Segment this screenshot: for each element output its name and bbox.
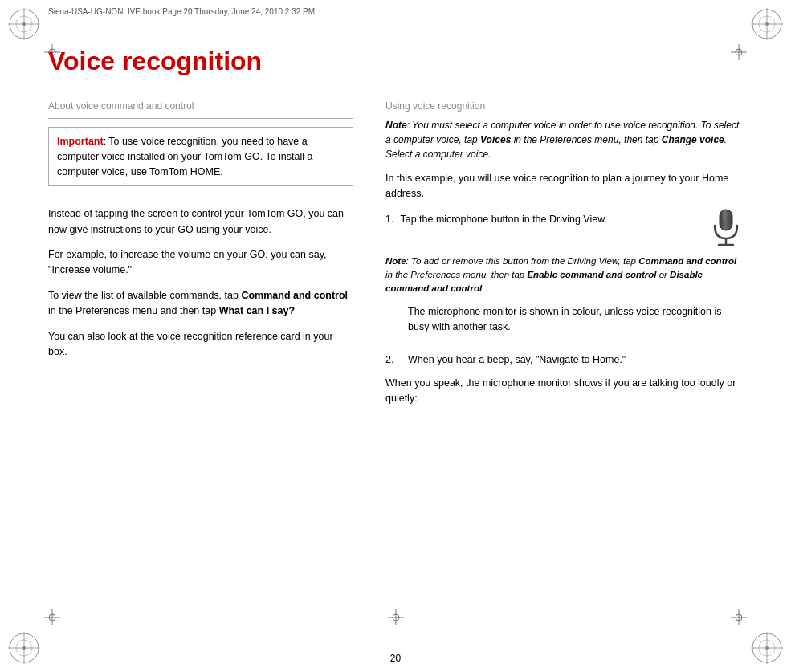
step1-note-mid: in the Preferences menu, then tap (385, 270, 527, 279)
microphone-icon (709, 208, 743, 250)
step1-content: 1.Tap the microphone button in the Drivi… (385, 212, 743, 345)
step2-item: 2. When you hear a beep, say, "Navigate … (385, 352, 743, 368)
step1-item: 1.Tap the microphone button in the Drivi… (385, 212, 743, 345)
left-para1: Instead of tapping the screen to control… (48, 206, 353, 238)
note1-bold: Voices (480, 134, 511, 145)
step1-row: 1.Tap the microphone button in the Drivi… (385, 212, 743, 250)
important-label: Important (57, 136, 104, 147)
step2-label: 2. (385, 352, 400, 368)
step1-note-bold2: Enable command and control (527, 270, 656, 279)
step1-label: 1. (385, 214, 393, 225)
left-para3: To view the list of available commands, … (48, 288, 353, 320)
step1-note: Note: To add or remove this button from … (385, 255, 743, 296)
right-column: Using voice recognition Note: You must s… (385, 100, 743, 417)
left-para3-bold: Command and control (241, 290, 348, 301)
left-divider2 (48, 198, 353, 198)
step2-text: When you hear a beep, say, "Navigate to … (408, 352, 626, 368)
content-columns: About voice command and control Importan… (48, 100, 743, 417)
header-bar: Siena-USA-UG-NONLIVE.book Page 20 Thursd… (0, 0, 791, 22)
right-para-end: When you speak, the microphone monitor s… (385, 376, 743, 407)
step1-note-text: : To add or remove this button from the … (406, 256, 639, 266)
left-para3-mid: in the Preferences menu and then tap (48, 305, 219, 316)
reg-mark-outer-bl (4, 628, 44, 668)
note1-bold2: Change voice (662, 134, 724, 145)
left-para2: For example, to increase the volume on y… (48, 247, 353, 279)
reg-mark-outer-br (747, 628, 787, 668)
step1-note-label: Note (385, 256, 406, 266)
indented-para: The microphone monitor is shown in colou… (408, 304, 743, 336)
right-section-heading: Using voice recognition (385, 100, 743, 112)
header-text: Siena-USA-UG-NONLIVE.book Page 20 Thursd… (48, 7, 315, 16)
step1-note-end: . (482, 283, 484, 293)
step1-text-wrap: 1.Tap the microphone button in the Drivi… (385, 212, 607, 227)
right-para1: In this example, you will use voice reco… (385, 171, 743, 202)
important-box: Important: To use voice recognition, you… (48, 127, 353, 186)
left-para3-bold2: What can I say? (219, 305, 295, 316)
left-column: About voice command and control Importan… (48, 100, 353, 417)
left-para3-prefix: To view the list of available commands, … (48, 290, 241, 301)
page-number: 20 (390, 653, 401, 664)
main-content: Voice recognition About voice command an… (48, 22, 743, 640)
svg-rect-39 (720, 210, 732, 230)
step1-text: Tap the microphone button in the Driving… (400, 214, 607, 225)
left-divider (48, 118, 353, 119)
right-note1: Note: You must select a computer voice i… (385, 118, 743, 161)
step1-note-bold: Command and control (638, 256, 736, 266)
note1-mid: in the Preferences menu, then tap (511, 134, 661, 145)
page-title: Voice recognition (48, 47, 743, 76)
note1-label: Note (385, 120, 407, 131)
left-para4: You can also look at the voice recogniti… (48, 329, 353, 360)
step1-note-or: or (656, 270, 670, 279)
left-section-heading: About voice command and control (48, 100, 353, 112)
